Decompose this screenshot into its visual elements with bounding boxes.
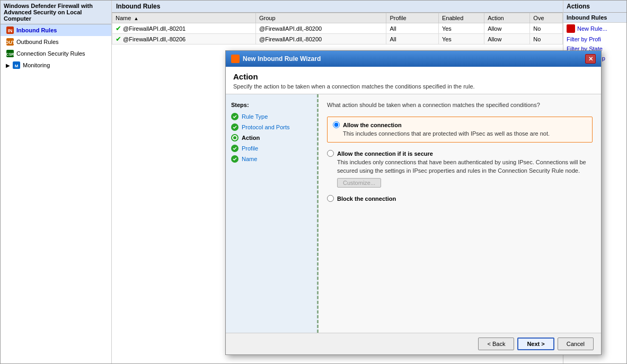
step-bullet-protocol-ports — [231, 123, 239, 131]
outbound-rules-icon: OUT — [6, 38, 14, 46]
col-profile[interactable]: Profile — [386, 13, 439, 23]
col-action[interactable]: Action — [484, 13, 530, 23]
step-bullet-inner-action — [233, 136, 236, 139]
connection-security-icon: CSR — [6, 49, 14, 58]
option-allow-if-secure-desc: This includes only connections that have… — [337, 158, 593, 175]
wizard-close-button[interactable]: ✕ — [585, 54, 596, 64]
wizard-page-desc: Specify the action to be taken when a co… — [233, 83, 594, 90]
option-allow-connection-title: Allow the connection — [343, 122, 402, 128]
cell-name-1: ✔ @FirewallAPI.dll,-80206 — [112, 34, 256, 45]
monitoring-label: Monitoring — [23, 62, 50, 68]
option-allow-connection-desc: This includes connections that are prote… — [343, 130, 587, 138]
customize-button[interactable]: Customize... — [337, 178, 381, 188]
sidebar-item-inbound-rules[interactable]: IN Inbound Rules — [1, 24, 111, 36]
option-allow-connection[interactable]: Allow the connection This includes conne… — [327, 117, 593, 143]
filter-profile-action[interactable]: Filter by Profi — [563, 34, 626, 44]
cell-group-0: @FirewallAPI.dll,-80200 — [256, 23, 386, 34]
rules-title-bar: Inbound Rules — [112, 1, 563, 13]
wizard-steps-label: Steps: — [226, 100, 317, 111]
radio-allow-connection[interactable] — [333, 121, 340, 128]
col-ove[interactable]: Ove — [530, 13, 563, 23]
wizard-dialog: New Inbound Rule Wizard ✕ Action Specify… — [225, 50, 602, 355]
option-allow-if-secure-row: Allow the connection if it is secure — [327, 150, 593, 157]
cell-profile-0: All — [386, 23, 439, 34]
wizard-title-left: New Inbound Rule Wizard — [231, 55, 321, 63]
option-block-connection-title: Block the connection — [337, 196, 396, 202]
step-label-action: Action — [242, 135, 260, 141]
wizard-question: What action should be taken when a conne… — [327, 102, 593, 108]
step-label-rule-type: Rule Type — [242, 113, 268, 120]
cell-profile-1: All — [386, 34, 439, 45]
step-bullet-profile — [231, 145, 239, 152]
table-row[interactable]: ✔ @FirewallAPI.dll,-80206 @FirewallAPI.d… — [112, 34, 563, 45]
actions-section-title[interactable]: Inbound Rules — [563, 13, 626, 23]
option-block-connection[interactable]: Block the connection — [327, 195, 593, 203]
outbound-rules-label: Outbound Rules — [16, 39, 59, 45]
sort-arrow-name: ▲ — [134, 16, 138, 21]
svg-text:OUT: OUT — [6, 40, 14, 45]
sidebar: Windows Defender Firewall with Advanced … — [1, 1, 112, 363]
step-label-protocol-ports: Protocol and Ports — [242, 124, 290, 130]
cell-ove-0: No — [530, 23, 563, 34]
wizard-page-title: Action — [233, 72, 594, 81]
option-allow-if-secure[interactable]: Allow the connection if it is secure Thi… — [327, 150, 593, 188]
sidebar-item-outbound-rules[interactable]: OUT Outbound Rules — [1, 36, 111, 48]
cell-enabled-1: Yes — [438, 34, 484, 45]
check-icon-0: ✔ — [116, 24, 121, 32]
inbound-rules-label: Inbound Rules — [16, 27, 57, 33]
cancel-button[interactable]: Cancel — [558, 338, 594, 350]
cell-group-1: @FirewallAPI.dll,-80200 — [256, 34, 386, 45]
step-bullet-action — [231, 134, 239, 141]
wizard-title-text: New Inbound Rule Wizard — [243, 55, 321, 63]
wizard-titlebar: New Inbound Rule Wizard ✕ — [226, 51, 601, 67]
wizard-steps-panel: Steps: Rule Type Protocol and Ports — [226, 94, 319, 333]
step-label-name: Name — [242, 156, 257, 162]
check-icon-1: ✔ — [116, 35, 121, 43]
expand-icon: ▶ — [6, 63, 11, 68]
wizard-body: Steps: Rule Type Protocol and Ports — [226, 94, 601, 333]
wizard-step-action: Action — [226, 132, 317, 143]
actions-title: Actions — [563, 1, 626, 13]
cell-enabled-0: Yes — [438, 23, 484, 34]
next-button[interactable]: Next > — [517, 338, 554, 350]
step-bullet-name — [231, 155, 239, 163]
wizard-title-icon — [231, 55, 240, 63]
radio-allow-if-secure[interactable] — [327, 150, 334, 157]
wizard-step-protocol-ports: Protocol and Ports — [226, 122, 317, 132]
sidebar-item-connection-security[interactable]: CSR Connection Security Rules — [1, 48, 111, 59]
svg-text:IN: IN — [8, 28, 13, 33]
svg-text:M: M — [15, 64, 19, 68]
col-name[interactable]: Name ▲ — [112, 13, 256, 23]
new-rule-action[interactable]: New Rule... — [563, 23, 626, 34]
wizard-header: Action Specify the action to be taken wh… — [226, 67, 601, 94]
new-rule-icon — [567, 24, 575, 33]
cell-action-0: Allow — [484, 23, 530, 34]
step-label-profile: Profile — [242, 145, 258, 152]
wizard-footer: < Back Next > Cancel — [226, 333, 601, 354]
cell-ove-1: No — [530, 34, 563, 45]
option-allow-if-secure-title: Allow the connection if it is secure — [337, 150, 433, 157]
cell-name-0: ✔ @FirewallAPI.dll,-80201 — [112, 23, 256, 34]
wizard-step-rule-type: Rule Type — [226, 111, 317, 122]
option-allow-connection-row: Allow the connection — [333, 121, 587, 128]
monitoring-icon: M — [12, 61, 21, 69]
sidebar-item-monitoring[interactable]: ▶ M Monitoring — [1, 59, 111, 71]
table-row[interactable]: ✔ @FirewallAPI.dll,-80201 @FirewallAPI.d… — [112, 23, 563, 34]
wizard-step-profile: Profile — [226, 143, 317, 154]
connection-security-label: Connection Security Rules — [16, 50, 85, 57]
radio-block-connection[interactable] — [327, 195, 334, 202]
sidebar-title: Windows Defender Firewall with Advanced … — [1, 1, 111, 24]
cell-action-1: Allow — [484, 34, 530, 45]
svg-text:CSR: CSR — [6, 52, 14, 56]
inbound-rules-icon: IN — [6, 26, 14, 34]
rules-table: Name ▲ Group Profile Enabled Action Ove … — [112, 13, 563, 45]
wizard-step-name: Name — [226, 154, 317, 164]
step-bullet-rule-type — [231, 113, 239, 120]
col-enabled[interactable]: Enabled — [438, 13, 484, 23]
col-group[interactable]: Group — [256, 13, 386, 23]
back-button[interactable]: < Back — [478, 338, 514, 350]
option-block-connection-row: Block the connection — [327, 195, 593, 202]
wizard-main: What action should be taken when a conne… — [319, 94, 601, 333]
